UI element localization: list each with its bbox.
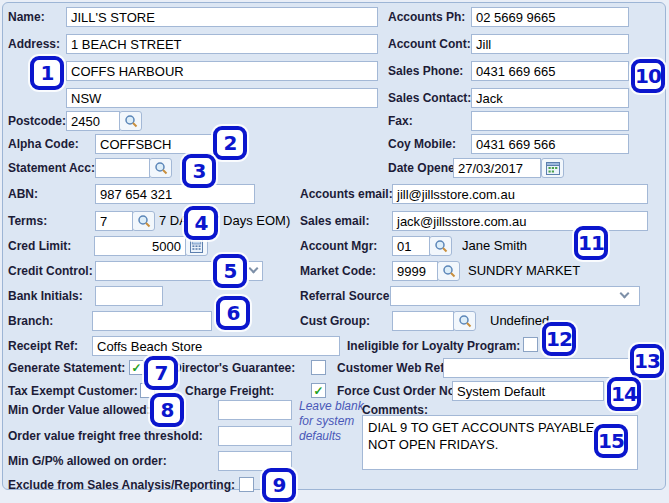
postcode-label: Postcode: — [8, 111, 66, 131]
bank-initials-field[interactable] — [95, 286, 163, 306]
terms-description: 7 DAYS (7 Days EOM) — [159, 211, 290, 231]
charge-freight-checkbox[interactable]: ✓ — [311, 383, 326, 398]
abn-label: ABN: — [8, 184, 38, 204]
cred-limit-field[interactable]: 5000 — [94, 236, 186, 256]
credit-control-label: Credit Control: — [8, 261, 93, 281]
calendar-icon — [546, 161, 560, 175]
sales-phone-field[interactable]: 0431 669 665 — [471, 61, 629, 81]
date-opened-field[interactable]: 27/03/2017 — [453, 158, 541, 178]
fax-label: Fax: — [388, 111, 413, 131]
name-field[interactable]: JILL'S STORE — [66, 7, 378, 27]
alpha-code-label: Alpha Code: — [8, 134, 79, 154]
name-label: Name: — [8, 7, 45, 27]
min-order-value-field[interactable] — [218, 400, 292, 420]
force-cust-order-field[interactable]: System Default — [452, 381, 604, 401]
callout-4: 4 — [184, 206, 218, 240]
market-code-field[interactable]: 9999 — [392, 261, 438, 281]
callout-12: 12 — [542, 322, 576, 356]
account-cont-label: Account Cont: — [388, 34, 471, 54]
callout-15: 15 — [594, 424, 628, 458]
search-icon — [442, 264, 456, 278]
directors-guarantee-label: Director's Guarantee: — [173, 358, 295, 378]
account-mgr-field[interactable]: 01 — [392, 236, 430, 256]
accounts-email-field[interactable]: jill@jillsstore.com.au — [392, 184, 648, 204]
callout-2: 2 — [213, 126, 247, 160]
statement-acc-label: Statement Acc: — [8, 158, 95, 178]
ineligible-loyalty-label: Ineligible for Loyalty Program: — [347, 336, 520, 356]
search-icon — [124, 114, 138, 128]
sales-email-label: Sales email: — [300, 211, 369, 231]
accounts-ph-field[interactable]: 02 5669 9665 — [471, 7, 629, 27]
generate-statement-label: Generate Statement: — [8, 358, 125, 378]
search-icon — [137, 214, 151, 228]
branch-field[interactable] — [92, 311, 212, 331]
tax-exempt-label: Tax Exempt Customer: — [8, 381, 138, 401]
cust-group-search-button[interactable] — [453, 311, 476, 331]
account-mgr-label: Account Mgr: — [300, 236, 377, 256]
sales-email-field[interactable]: jack@jillsstore.com.au — [392, 211, 648, 231]
accounts-ph-label: Accounts Ph: — [388, 7, 465, 27]
accounts-email-label: Accounts email: — [300, 184, 393, 204]
date-opened-calendar-button[interactable] — [541, 158, 564, 178]
sales-contact-label: Sales Contact: — [388, 88, 471, 108]
ineligible-loyalty-checkbox[interactable] — [523, 337, 538, 352]
fax-field[interactable] — [471, 111, 629, 131]
bank-initials-label: Bank Initials: — [8, 286, 83, 306]
sales-phone-label: Sales Phone: — [388, 61, 463, 81]
callout-9: 9 — [262, 468, 296, 502]
address-label: Address: — [8, 34, 60, 54]
exclude-sales-analysis-checkbox[interactable] — [239, 477, 254, 492]
freight-free-threshold-field[interactable] — [218, 426, 292, 446]
generate-statement-checkbox[interactable]: ✓ — [129, 360, 144, 375]
coy-mobile-field[interactable]: 0431 669 566 — [471, 134, 629, 154]
address-line2-field[interactable]: COFFS HARBOUR — [66, 61, 378, 81]
callout-1: 1 — [30, 56, 64, 90]
callout-13: 13 — [630, 344, 664, 378]
postcode-search-button[interactable] — [119, 111, 142, 131]
address-line1-field[interactable]: 1 BEACH STREET — [66, 34, 378, 54]
account-mgr-search-button[interactable] — [429, 236, 452, 256]
freight-free-threshold-label: Order value freight free threshold: — [8, 426, 203, 446]
cust-group-field[interactable] — [392, 311, 454, 331]
directors-guarantee-checkbox[interactable] — [311, 360, 326, 375]
abn-field[interactable]: 987 654 321 — [95, 184, 255, 204]
branch-label: Branch: — [8, 311, 53, 331]
force-cust-order-label: Force Cust Order No: — [337, 381, 459, 401]
statement-acc-field[interactable] — [95, 158, 150, 178]
alpha-code-field[interactable]: COFFSBCH — [95, 134, 215, 154]
callout-11: 11 — [574, 226, 608, 260]
search-icon — [458, 314, 472, 328]
statement-acc-search-button[interactable] — [149, 158, 172, 178]
min-order-value-label: Min Order Value allowed: — [8, 400, 151, 420]
chevron-down-icon[interactable] — [621, 294, 628, 297]
market-code-label: Market Code: — [300, 261, 376, 281]
calculator-icon — [190, 239, 203, 253]
terms-label: Terms: — [8, 211, 47, 231]
cust-group-name: Undefined — [490, 311, 549, 331]
callout-14: 14 — [607, 377, 641, 411]
market-code-search-button[interactable] — [437, 261, 460, 281]
account-cont-field[interactable]: Jill — [471, 34, 629, 54]
callout-5: 5 — [213, 254, 247, 288]
coy-mobile-label: Coy Mobile: — [388, 134, 456, 154]
referral-source-combo[interactable] — [390, 286, 640, 306]
receipt-ref-label: Receipt Ref: — [8, 336, 78, 356]
receipt-ref-field[interactable]: Coffs Beach Store — [92, 336, 340, 356]
callout-8: 8 — [150, 393, 184, 427]
min-gp-label: Min G/P% allowed on order: — [8, 451, 167, 471]
callout-3: 3 — [182, 154, 216, 188]
exclude-sales-analysis-label: Exclude from Sales Analysis/Reporting: — [8, 475, 235, 495]
terms-search-button[interactable] — [132, 211, 155, 231]
search-icon — [434, 239, 448, 253]
sales-contact-field[interactable]: Jack — [471, 88, 629, 108]
cust-group-label: Cust Group: — [300, 311, 370, 331]
address-line3-field[interactable]: NSW — [66, 88, 378, 108]
referral-source-label: Referral Source: — [300, 286, 393, 306]
cred-limit-label: Cred Limit: — [8, 236, 71, 256]
customer-web-ref-field[interactable] — [443, 358, 635, 378]
postcode-field[interactable]: 2450 — [66, 111, 120, 131]
account-mgr-name: Jane Smith — [462, 236, 527, 256]
search-icon — [154, 161, 168, 175]
terms-field[interactable]: 7 — [95, 211, 133, 231]
callout-6: 6 — [216, 296, 250, 330]
